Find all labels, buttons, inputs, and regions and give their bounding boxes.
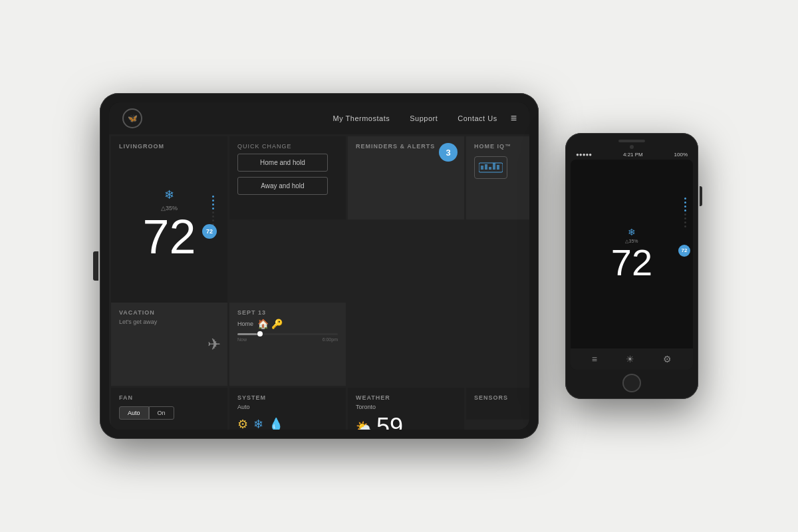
phone-power-button[interactable] bbox=[700, 186, 702, 206]
my-thermostats-link[interactable]: My Thermostats bbox=[333, 114, 390, 122]
weather-city: Toronto bbox=[356, 404, 456, 410]
phone-home-button[interactable] bbox=[622, 374, 641, 392]
track-dot bbox=[212, 215, 214, 217]
phone-time: 4:21 PM bbox=[623, 152, 643, 158]
livingroom-title: LIVINGROOM bbox=[119, 143, 219, 150]
tablet-screen: 🦋 My Thermostats Support Contact Us ≡ LI… bbox=[109, 102, 529, 430]
phone-bottom-nav: ≡ ☀ ⚙ bbox=[571, 348, 693, 370]
battery-indicator: 100% bbox=[674, 152, 688, 158]
svg-rect-1 bbox=[481, 166, 483, 170]
temp-badge: 72 bbox=[202, 224, 217, 239]
track-dot bbox=[212, 211, 214, 213]
phone-track-dot bbox=[684, 201, 686, 203]
phone-status-bar: ●●●●● 4:21 PM 100% bbox=[571, 152, 693, 158]
track-dot bbox=[212, 203, 214, 205]
quick-change-tile: QUICK CHANGE Home and hold Away and hold bbox=[229, 136, 346, 219]
timeline-fill bbox=[237, 333, 257, 335]
phone-temp-section: ❄ △35% 72 72 bbox=[571, 160, 693, 348]
livingroom-tile: LIVINGROOM ❄ △35% 72 bbox=[111, 136, 227, 303]
time-now-label: Now bbox=[237, 337, 247, 342]
quick-change-title: QUICK CHANGE bbox=[237, 143, 338, 150]
phone-track-dot bbox=[684, 205, 686, 207]
system-value: Auto bbox=[237, 404, 338, 410]
tablet-home-button[interactable] bbox=[93, 251, 98, 281]
system-icons: ⚙ ❄ 💧 bbox=[237, 417, 338, 430]
phone-speaker bbox=[618, 140, 645, 142]
vacation-tile[interactable]: VACATION Let's get away ✈ bbox=[111, 303, 227, 386]
away-hold-button[interactable]: Away and hold bbox=[237, 177, 328, 195]
system-title: SYSTEM bbox=[237, 394, 338, 401]
reminders-tile[interactable]: REMINDERS & ALERTS 3 bbox=[348, 136, 464, 219]
track-dot bbox=[212, 196, 214, 198]
scene: 🦋 My Thermostats Support Contact Us ≡ LI… bbox=[100, 93, 698, 439]
svg-rect-4 bbox=[493, 163, 495, 170]
homeiq-icon bbox=[474, 156, 507, 179]
tablet-logo[interactable]: 🦋 bbox=[122, 108, 142, 128]
homeiq-tile[interactable]: HOME IQ™ bbox=[466, 136, 529, 219]
track-dot bbox=[212, 200, 214, 201]
system-cool-icon: ❄ bbox=[253, 417, 263, 430]
tablet-navbar: 🦋 My Thermostats Support Contact Us ≡ bbox=[109, 102, 529, 134]
fan-title: FAN bbox=[119, 394, 219, 401]
timeline-dot bbox=[257, 331, 263, 336]
key-icon: 🔑 bbox=[271, 319, 283, 329]
sensors-title: SENSORS bbox=[474, 394, 529, 401]
temperature-value: 72 bbox=[142, 213, 196, 261]
phone-sun-icon[interactable]: ☀ bbox=[626, 354, 634, 364]
track-dot bbox=[212, 219, 214, 221]
weather-tile: WEATHER Toronto ⛅ 59 Sunny, feels like 6… bbox=[348, 388, 464, 430]
phone-track-dot bbox=[684, 217, 686, 219]
phone-dot-track bbox=[684, 198, 686, 227]
phone-track-dot bbox=[684, 221, 686, 223]
tablet-device: 🦋 My Thermostats Support Contact Us ≡ LI… bbox=[100, 93, 539, 439]
timeline-labels: Now 6:00pm bbox=[237, 337, 338, 342]
svg-rect-2 bbox=[485, 164, 487, 170]
phone-menu-icon[interactable]: ≡ bbox=[592, 354, 597, 364]
phone-gear-icon[interactable]: ⚙ bbox=[663, 354, 672, 364]
phone-snowflake-icon: ❄ bbox=[628, 227, 636, 237]
sensors-tile[interactable]: SENSORS bbox=[466, 388, 529, 420]
phone-track-dot bbox=[684, 198, 686, 200]
schedule-icons: 🏠 🔑 bbox=[257, 319, 283, 329]
system-water-icon: 💧 bbox=[269, 417, 283, 430]
phone-screen: ❄ △35% 72 72 ≡ ☀ ⚙ bbox=[571, 160, 693, 370]
weather-temp: 59 bbox=[376, 413, 403, 430]
fan-toggle: Auto On bbox=[119, 406, 219, 420]
system-flame-icon: ⚙ bbox=[237, 417, 248, 430]
schedule-row: Home 🏠 🔑 bbox=[237, 319, 338, 329]
weather-title: WEATHER bbox=[356, 394, 456, 401]
weather-main: ⛅ 59 bbox=[356, 413, 456, 430]
track-dot bbox=[212, 207, 214, 209]
weather-sun-icon: ⛅ bbox=[356, 419, 372, 430]
homeiq-title: HOME IQ™ bbox=[474, 143, 529, 150]
schedule-timeline bbox=[237, 333, 338, 335]
snowflake-icon: ❄ bbox=[164, 188, 174, 202]
system-tile: SYSTEM Auto ⚙ ❄ 💧 bbox=[229, 388, 346, 430]
phone-track-dot bbox=[684, 225, 686, 227]
schedule-subtitle: Home bbox=[237, 321, 253, 327]
svg-rect-3 bbox=[489, 167, 491, 170]
plane-icon: ✈ bbox=[207, 335, 221, 354]
phone-track-dot bbox=[684, 209, 686, 211]
contact-us-link[interactable]: Contact Us bbox=[458, 114, 497, 122]
phone-camera bbox=[630, 145, 634, 149]
vacation-title: VACATION bbox=[119, 309, 219, 316]
reminders-count-badge: 3 bbox=[439, 143, 458, 162]
phone-track-dot bbox=[684, 213, 686, 215]
schedule-title: SEPT 13 bbox=[237, 309, 338, 316]
fan-tile: FAN Auto On bbox=[111, 388, 227, 430]
time-end-label: 6:00pm bbox=[323, 337, 338, 342]
support-link[interactable]: Support bbox=[410, 114, 438, 122]
schedule-tile[interactable]: SEPT 13 Home 🏠 🔑 Now 6:00pm bbox=[229, 303, 346, 386]
home-hold-button[interactable]: Home and hold bbox=[237, 154, 328, 172]
nav-links: My Thermostats Support Contact Us bbox=[333, 114, 497, 122]
home-icon: 🏠 bbox=[257, 319, 269, 329]
fan-on-button[interactable]: On bbox=[149, 406, 174, 420]
hamburger-menu[interactable]: ≡ bbox=[511, 112, 516, 124]
phone-device: ●●●●● 4:21 PM 100% ❄ △35% 72 72 bbox=[565, 133, 698, 399]
vacation-subtitle: Let's get away bbox=[119, 319, 219, 325]
phone-temperature: 72 bbox=[611, 244, 652, 281]
svg-rect-5 bbox=[497, 165, 499, 170]
signal-indicator: ●●●●● bbox=[576, 152, 592, 158]
fan-auto-button[interactable]: Auto bbox=[119, 406, 149, 420]
